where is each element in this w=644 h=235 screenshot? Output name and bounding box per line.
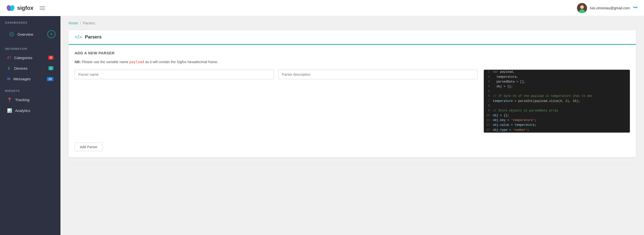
overview-icon: ☹ [9,31,14,37]
sidebar-item-label: Messages [13,77,44,81]
code-line: 2 temperature, [484,75,630,80]
nb-text-part1: Please use the variable name [82,60,129,64]
breadcrumb-separator: / [80,21,81,25]
sidebar-item-devices[interactable]: 🌡 Devices 1 [2,63,58,73]
logout-icon[interactable]: ⮩ [633,5,638,11]
parser-name-input[interactable] [75,70,274,79]
line-code: // If byte #1 of the payload is temperat… [493,94,593,99]
line-number: 10 [484,113,493,118]
line-number: 6 [484,94,493,99]
code-token: 'temperature' [511,119,535,122]
code-token: (payload. [533,99,549,103]
code-token: = {}; [498,114,509,117]
sidebar-item-tracking[interactable]: 📍 Tracking [2,95,58,105]
code-token: , [562,99,565,103]
line-number: 12 [484,123,493,128]
line-number: 4 [484,84,493,89]
code-token: ; [535,119,536,122]
sidebar-item-overview[interactable]: ☹ Overview [4,29,45,40]
hamburger-line [40,8,45,8]
sidebar-item-label: Tracking [15,98,53,102]
section-label-widgets: WIDGETS [0,84,60,94]
code-token: = [505,119,511,122]
chart-icon: 📊 [7,108,12,113]
code-token: 16 [573,99,576,103]
line-number: 11 [484,118,493,123]
code-line: 8 [484,104,630,108]
sidebar-item-categories[interactable]: 🏷 Categories 0 [2,53,58,62]
sidebar: DASHBOARDS ☹ Overview + INFORMATION 🏷 Ca… [0,16,60,235]
breadcrumb-current: Parsers [83,21,95,25]
divider [69,163,636,164]
avatar [577,3,587,13]
add-parser-button[interactable]: Add Parser [75,143,103,151]
device-icon: 🌡 [7,66,11,70]
code-line: 10obj = {}; [484,113,630,118]
section-title: ADD A NEW PARSER [75,51,630,55]
section-label-information: INFORMATION [0,42,60,52]
split-layout: Add Parser 1var payload,2 temperature,3 … [75,70,630,151]
code-token: ), [567,99,573,103]
code-editor-area[interactable] [75,83,478,139]
line-code: var payload, [493,70,514,74]
add-dashboard-button[interactable]: + [47,30,55,38]
layout: DASHBOARDS ☹ Overview + INFORMATION 🏷 Ca… [0,16,644,235]
code-line: 11obj.key = 'temperature'; [484,118,630,123]
parser-icon: </> [75,34,82,40]
card-body: ADD A NEW PARSER NB: Please use the vari… [69,45,636,157]
code-token: ; [535,123,536,127]
line-number: 9 [484,108,493,113]
parser-description-input[interactable] [278,70,478,79]
code-token: parseInt [518,99,533,103]
code-token: var [493,70,498,74]
code-token: ); [576,99,580,103]
code-token: temperature [514,123,534,127]
code-token: // Store objects in parsedData array [493,109,558,112]
line-number: 7 [484,99,493,104]
nb-label: NB: [75,60,81,64]
sidebar-item-label: Analytics [15,108,53,113]
hamburger-menu[interactable] [39,5,46,11]
card-title: Parsers [85,34,102,40]
line-code: parsedData = [], [493,80,526,84]
sidebar-item-label: Categories [14,56,45,60]
code-token: [], [518,80,526,84]
sidebar-item-messages[interactable]: ✉ Messages 13 [2,74,58,84]
code-token: obj [493,114,498,117]
line-number: 3 [484,80,493,84]
line-number: 8 [484,104,493,108]
code-token: parsedData [493,80,517,84]
hamburger-line [40,6,45,7]
code-line: 5 [484,89,630,94]
breadcrumb: Home / Parsers [60,16,644,30]
code-line: 13obj.type = 'number'; [484,128,630,133]
code-token: 'number' [513,128,527,132]
breadcrumb-home-link[interactable]: Home [69,21,78,25]
line-code: obj.type = 'number'; [493,128,529,133]
line-number: 2 [484,75,493,80]
code-token: // If byte #1 of the payload is temperat… [493,94,593,98]
line-number: 13 [484,128,493,133]
line-code: temperature = parseInt(payload.slice(0, … [493,99,580,104]
messages-badge: 13 [47,77,53,81]
topnav-right: luis.omoreau@gmail.com ⮩ [577,3,638,13]
logo-text: sigfox [17,5,34,11]
main-content: Home / Parsers </> Parsers ADD A NEW PAR… [60,16,644,235]
code-token: temperature [493,99,513,103]
form-side: Add Parser [75,70,478,151]
code-token: obj [493,85,504,88]
svg-point-5 [580,5,584,9]
code-token: slice [549,99,558,103]
sidebar-item-label: Overview [17,32,40,36]
parsers-card: </> Parsers ADD A NEW PARSER NB: Please … [69,30,636,157]
code-token: temperature, [493,75,518,79]
sidebar-item-analytics[interactable]: 📊 Analytics [2,106,58,115]
code-token: obj.type [493,128,507,132]
categories-badge: 0 [48,56,53,60]
code-side: 1var payload,2 temperature,3 parsedData … [484,70,630,151]
code-line: 7temperature = parseInt(payload.slice(0,… [484,99,630,104]
tag-icon: 🏷 [7,55,11,60]
form-row [75,70,478,79]
line-code: obj.value = temperature; [493,123,536,128]
section-label-dashboards: DASHBOARDS [0,16,60,26]
